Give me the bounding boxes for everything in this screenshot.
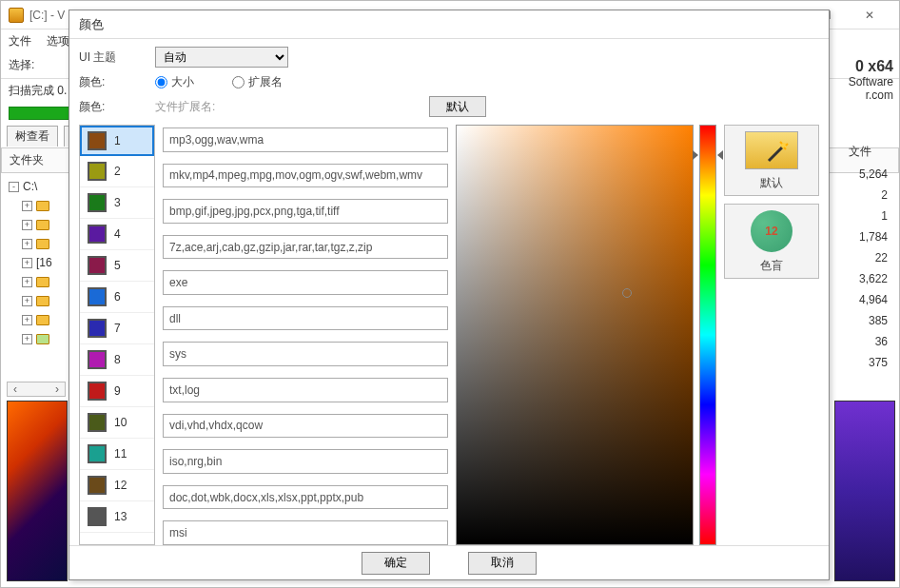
color-label-2: 颜色: [79, 99, 146, 115]
file-count: 1 [827, 206, 893, 226]
ui-theme-label: UI 主题 [79, 49, 146, 66]
dialog-title: 颜色 [69, 10, 829, 39]
file-count: 385 [827, 310, 893, 331]
version-label: 0 x64 [827, 58, 893, 75]
colorblind-icon: 12 [751, 210, 792, 252]
color-item-5[interactable]: 5 [80, 250, 154, 282]
color-number: 1 [114, 134, 121, 147]
ext-label: 文件扩展名: [155, 99, 215, 115]
file-count: 1,784 [827, 226, 893, 247]
ext-input-11[interactable] [163, 485, 448, 510]
preset-colorblind[interactable]: 12 色盲 [724, 204, 819, 279]
color-item-9[interactable]: 9 [80, 376, 154, 407]
file-count: 375 [827, 352, 893, 373]
color-number: 2 [114, 165, 121, 178]
color-swatch [88, 413, 107, 432]
preset-colorblind-label: 色盲 [760, 258, 783, 274]
ok-button[interactable]: 确定 [362, 552, 430, 575]
menu-file[interactable]: 文件 [9, 33, 31, 49]
color-swatch [88, 350, 107, 369]
scan-label: 扫描完成 0. [9, 83, 67, 99]
color-swatch [88, 256, 107, 275]
color-number: 3 [114, 196, 121, 209]
color-item-11[interactable]: 11 [80, 439, 154, 470]
window-title: [C:] - V [29, 9, 65, 22]
tree-root[interactable]: C:\ [23, 180, 37, 193]
color-swatch [88, 444, 107, 463]
ext-input-9[interactable] [163, 414, 448, 439]
color-item-8[interactable]: 8 [80, 344, 154, 376]
app-icon [9, 8, 24, 23]
color-swatch [88, 193, 107, 212]
color-item-2[interactable]: 2 [80, 156, 154, 187]
color-picker[interactable] [456, 125, 716, 545]
color-number: 13 [114, 510, 127, 523]
site-label: r.com [827, 88, 893, 102]
file-count: 4,964 [827, 289, 893, 310]
radio-size[interactable]: 大小 [155, 74, 194, 90]
ext-input-2[interactable] [163, 164, 448, 188]
color-item-4[interactable]: 4 [80, 219, 154, 250]
color-number: 12 [114, 479, 127, 492]
preset-default[interactable]: 默认 [724, 125, 819, 196]
ext-input-1[interactable] [163, 127, 448, 152]
color-number: 7 [114, 322, 121, 335]
wand-folder-icon [745, 131, 798, 169]
menu-options[interactable]: 选项 [47, 33, 69, 49]
sv-cursor[interactable] [622, 288, 632, 298]
color-number: 6 [114, 290, 121, 304]
file-count: 22 [827, 247, 893, 268]
color-swatch [88, 382, 107, 401]
tree-bracket[interactable]: [16 [36, 256, 52, 269]
reset-default-button[interactable]: 默认 [429, 96, 486, 117]
color-swatch [88, 131, 107, 150]
ext-input-7[interactable] [163, 342, 448, 366]
ext-input-12[interactable] [163, 520, 448, 545]
file-count: 36 [827, 331, 893, 352]
color-swatch [88, 225, 107, 244]
color-number: 5 [114, 259, 121, 272]
ext-input-10[interactable] [163, 449, 448, 474]
cancel-button[interactable]: 取消 [468, 552, 537, 575]
color-swatch [88, 476, 107, 495]
tree-hscroll[interactable]: ‹› [7, 382, 66, 397]
software-label: Software [827, 75, 893, 88]
extension-list [163, 125, 448, 545]
dialog-buttons: 确定 取消 [69, 545, 829, 579]
color-item-3[interactable]: 3 [80, 187, 154, 219]
ext-input-3[interactable] [163, 199, 448, 224]
color-item-1[interactable]: 1 [80, 126, 154, 156]
color-swatch [88, 287, 107, 306]
color-item-12[interactable]: 12 [80, 470, 154, 501]
color-swatch [88, 507, 107, 526]
ext-input-4[interactable] [163, 235, 448, 260]
color-swatch [88, 162, 107, 181]
preset-default-label: 默认 [760, 175, 783, 191]
tab-tree[interactable]: 树查看 [7, 126, 58, 147]
hue-slider[interactable] [699, 125, 716, 545]
color-list[interactable]: 12345678910111213 [79, 125, 155, 545]
color-by-label: 颜色: [79, 74, 146, 90]
color-item-7[interactable]: 7 [80, 313, 154, 344]
color-dialog: 颜色 UI 主题 自动 颜色: 大小 扩展名 颜色: 文件扩展名: 默认 123… [68, 10, 830, 580]
color-item-6[interactable]: 6 [80, 282, 154, 313]
ext-input-6[interactable] [163, 306, 448, 331]
ext-input-5[interactable] [163, 270, 448, 295]
color-item-10[interactable]: 10 [80, 407, 154, 439]
file-count: 2 [827, 185, 893, 206]
color-number: 11 [114, 447, 127, 461]
close-button[interactable]: ✕ [848, 2, 891, 29]
color-item-13[interactable]: 13 [80, 501, 154, 533]
radio-ext[interactable]: 扩展名 [232, 74, 283, 90]
ext-input-8[interactable] [163, 378, 448, 402]
color-swatch [88, 319, 107, 338]
color-number: 10 [114, 416, 127, 429]
color-number: 4 [114, 227, 121, 241]
file-count: 5,264 [827, 164, 893, 185]
right-panel: 0 x64 Software r.com 文件 5,264211,784223,… [827, 58, 893, 373]
sv-panel[interactable] [456, 125, 694, 545]
ui-theme-select[interactable]: 自动 [155, 47, 288, 68]
files-header: 文件 [827, 140, 893, 164]
color-number: 9 [114, 384, 121, 398]
color-number: 8 [114, 353, 121, 366]
